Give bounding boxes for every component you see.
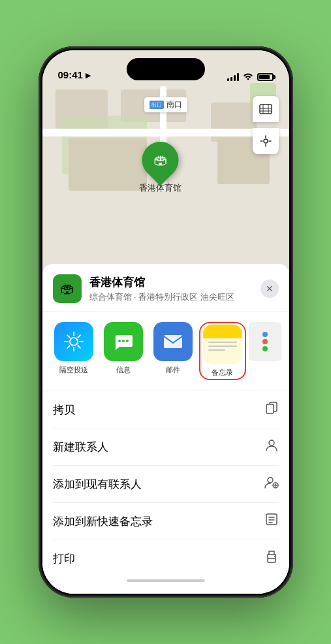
notes-label: 备忘录: [212, 368, 233, 378]
svg-rect-6: [164, 335, 182, 348]
svg-point-9: [269, 440, 274, 445]
print-label: 打印: [53, 551, 75, 566]
mail-label: 邮件: [166, 365, 180, 375]
action-print[interactable]: 打印: [53, 540, 279, 577]
svg-point-10: [268, 477, 273, 483]
home-indicator: [42, 577, 289, 581]
svg-point-14: [274, 556, 276, 557]
phone-frame: 09:41 ▶: [39, 46, 293, 598]
svg-point-4: [122, 340, 125, 342]
svg-rect-8: [266, 404, 274, 413]
venue-desc: 综合体育馆 · 香港特别行政区 油尖旺区: [89, 291, 260, 303]
action-quick-note[interactable]: 添加到新快速备忘录: [53, 503, 279, 540]
status-icons: [227, 72, 274, 82]
venue-emoji-icon: 🏟: [60, 280, 74, 297]
map-controls: [253, 96, 279, 154]
close-button[interactable]: ✕: [260, 280, 279, 298]
airdrop-label: 隔空投送: [59, 365, 88, 375]
home-bar: [127, 579, 205, 582]
action-add-contact[interactable]: 添加到现有联系人: [53, 466, 279, 503]
copy-label: 拷贝: [53, 402, 75, 417]
notes-line-3: [208, 349, 225, 351]
close-icon: ✕: [266, 283, 274, 294]
dynamic-island: [127, 58, 205, 80]
airdrop-icon-box: [54, 322, 93, 361]
venue-info: 香港体育馆 综合体育馆 · 香港特别行政区 油尖旺区: [89, 275, 260, 303]
svg-point-1: [264, 139, 268, 143]
svg-rect-13: [268, 558, 276, 562]
notes-icon-top: [203, 325, 242, 338]
notes-icon-lines: [203, 338, 242, 354]
exit-badge: 出口: [150, 101, 164, 109]
venue-icon: 🏟: [53, 274, 82, 303]
bottom-sheet: 🏟 香港体育馆 综合体育馆 · 香港特别行政区 油尖旺区 ✕: [42, 264, 289, 594]
svg-point-3: [118, 340, 121, 342]
svg-rect-0: [260, 105, 272, 114]
share-airdrop-button[interactable]: 隔空投送: [50, 322, 97, 380]
share-mail-button[interactable]: 邮件: [150, 322, 197, 380]
print-icon: [264, 549, 279, 568]
messages-icon-box: [104, 322, 143, 361]
svg-point-2: [70, 338, 78, 346]
add-contact-icon: [264, 475, 279, 493]
location-label: 出口 南口: [144, 97, 187, 112]
sheet-header: 🏟 香港体育馆 综合体育馆 · 香港特别行政区 油尖旺区 ✕: [42, 264, 289, 312]
action-new-contact[interactable]: 新建联系人: [53, 428, 279, 466]
map-pin: 🏟 香港体育馆: [139, 142, 181, 194]
add-contact-label: 添加到现有联系人: [53, 477, 142, 492]
more-icon-box: [249, 322, 281, 361]
quick-note-label: 添加到新快速备忘录: [53, 514, 153, 529]
more-dots-icon: [262, 332, 268, 351]
venue-pin-icon: 🏟: [153, 152, 168, 169]
signal-bars-icon: [227, 73, 239, 81]
share-notes-button[interactable]: 备忘录: [199, 322, 246, 380]
copy-icon: [264, 400, 279, 419]
mail-icon-box: [153, 322, 193, 361]
share-more-button[interactable]: [249, 322, 281, 380]
new-contact-label: 新建联系人: [53, 440, 108, 455]
map-type-button[interactable]: [253, 96, 279, 122]
notes-line-1: [208, 342, 237, 343]
wifi-icon: [243, 72, 253, 82]
share-messages-button[interactable]: 信息: [100, 322, 147, 380]
location-arrow-icon: ▶: [86, 71, 91, 80]
notes-icon-box: [203, 325, 242, 364]
status-time: 09:41: [58, 69, 83, 82]
quick-note-icon: [264, 512, 279, 530]
battery-icon: [257, 73, 274, 81]
share-icons-row: 隔空投送 信息: [42, 312, 289, 391]
action-list: 拷贝 新建联系人: [42, 391, 289, 577]
venue-name: 香港体育馆: [89, 275, 260, 290]
location-button[interactable]: [253, 128, 279, 154]
new-contact-icon: [264, 438, 279, 456]
action-copy[interactable]: 拷贝: [53, 391, 279, 428]
notes-line-2: [208, 346, 237, 347]
phone-screen: 09:41 ▶: [42, 50, 289, 594]
messages-label: 信息: [116, 365, 131, 375]
svg-point-5: [126, 340, 129, 342]
